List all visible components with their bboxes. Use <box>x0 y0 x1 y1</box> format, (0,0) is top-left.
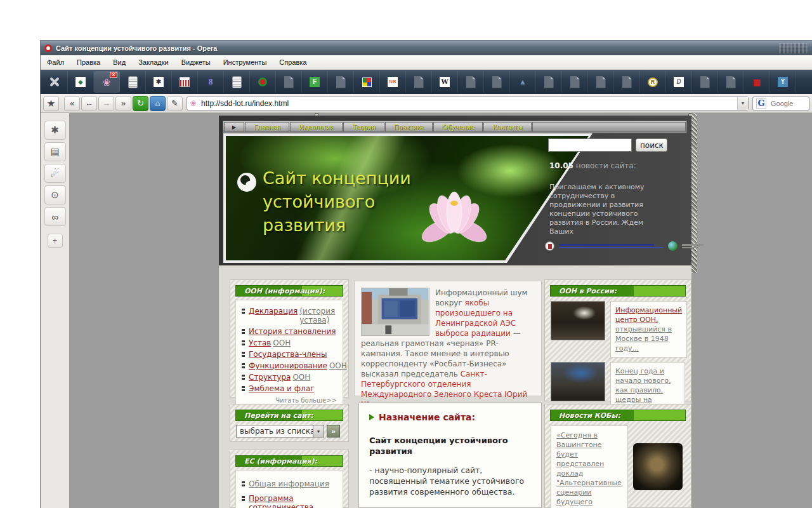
blank-page-icon[interactable] <box>484 71 510 93</box>
un-russia-link-1[interactable]: Информационный центр ООН, открывшийся в … <box>610 301 687 358</box>
blank-page-icon[interactable] <box>614 71 640 93</box>
swirl-logo-icon <box>237 173 256 192</box>
select-arrow-button[interactable]: ▼ <box>313 425 324 438</box>
bullet-icon <box>242 363 245 368</box>
link-history[interactable]: История становления <box>242 327 337 336</box>
menu-widgets[interactable]: Виджеты <box>175 55 217 69</box>
news-photo-npp[interactable] <box>361 288 429 336</box>
blank-page-icon[interactable] <box>458 71 484 93</box>
link-member-states[interactable]: Государства-члены <box>242 350 337 359</box>
green-logo-bookmark-icon[interactable]: ◆ <box>68 71 94 93</box>
compose-button[interactable]: ✎ <box>167 96 183 111</box>
tab-practice[interactable]: Практика <box>385 122 433 132</box>
blank-page-icon[interactable] <box>276 71 302 93</box>
link-structure[interactable]: СтруктураООН <box>242 373 337 382</box>
gear-icon[interactable]: ✱ <box>44 121 66 140</box>
blank-page-icon[interactable] <box>536 71 562 93</box>
personal-bar: ◆❀✕✱8FNBW▲RD▦Y <box>41 70 812 94</box>
tab-ideology[interactable]: Идеология <box>290 122 343 132</box>
home-button[interactable]: ⌂ <box>150 96 166 111</box>
rewind-button[interactable]: « <box>64 96 80 111</box>
blank-page-icon[interactable] <box>328 71 354 93</box>
bar-chart-bookmark-icon[interactable] <box>172 71 198 93</box>
close-badge-icon[interactable]: ✕ <box>110 72 117 78</box>
site-search-input[interactable] <box>548 138 632 152</box>
nb-logo-icon[interactable]: NB <box>380 71 406 93</box>
google-search-input[interactable] <box>769 99 806 108</box>
link-eu-general[interactable]: Общая информация <box>242 479 337 488</box>
gear-bookmark-icon[interactable]: ✱ <box>146 71 172 93</box>
link-charter[interactable]: УставООН <box>242 338 337 347</box>
kob-news-link[interactable]: «Сегодня в Вашингтоне будет представлен … <box>556 431 622 508</box>
document-bookmark-icon[interactable] <box>120 71 146 93</box>
tab-theory[interactable]: Теория <box>343 122 384 132</box>
person-logo-icon[interactable]: Y <box>770 71 796 93</box>
bookmarks-star-button[interactable]: ★ <box>43 96 59 111</box>
conference-photo[interactable] <box>551 301 605 340</box>
ring-logo-icon[interactable] <box>250 71 276 93</box>
partner-text-logo[interactable] <box>559 244 664 248</box>
chain-links-icon[interactable]: ∞ <box>44 207 66 226</box>
r-coin-icon[interactable]: R <box>640 71 666 93</box>
fast-forward-button[interactable]: » <box>115 96 131 111</box>
blank-page-icon[interactable] <box>588 71 614 93</box>
clock-icon[interactable]: ⊙ <box>44 185 66 204</box>
back-button[interactable]: ← <box>81 96 97 111</box>
add-panel-icon[interactable]: + <box>48 234 63 248</box>
document-bookmark-icon[interactable] <box>224 71 250 93</box>
color-squares-icon[interactable] <box>354 71 380 93</box>
blank-page-icon[interactable] <box>718 71 744 93</box>
meeting-photo[interactable] <box>551 362 605 401</box>
menu-help[interactable]: Справка <box>273 55 313 69</box>
f-logo-icon[interactable]: F <box>302 71 328 93</box>
red-building-icon[interactable]: ▦ <box>744 71 770 93</box>
kob-news-panel: Новости КОБы: «Сегодня в Вашингтоне буде… <box>544 404 691 508</box>
title-bar[interactable]: Сайт концепции устойчивого развития - Op… <box>41 41 812 55</box>
menu-tools[interactable]: Инструменты <box>217 55 273 69</box>
tab-contacts[interactable]: Контакты <box>483 122 532 132</box>
menu-file[interactable]: Файл <box>41 55 70 69</box>
g8-bookmark-icon[interactable]: 8 <box>198 71 224 93</box>
goto-site-header: Перейти на сайт: <box>235 410 343 421</box>
address-bar[interactable]: ❀ ▼ <box>187 97 749 110</box>
site-news-heading: 10.05 новости сайта: <box>549 161 636 170</box>
go-button[interactable]: » <box>327 425 340 438</box>
purpose-subtitle: Сайт концепции устойчивого развития <box>369 435 531 457</box>
banner-frame: Сайт концепции устойчивого развития <box>223 133 593 263</box>
read-more-link[interactable]: Читать больше>> <box>242 397 337 404</box>
blank-page-icon[interactable] <box>406 71 432 93</box>
blank-page-icon[interactable] <box>562 71 588 93</box>
monk-image[interactable] <box>633 443 683 490</box>
forward-button[interactable]: → <box>98 96 114 111</box>
wikipedia-icon[interactable]: W <box>432 71 458 93</box>
tools-icon[interactable] <box>42 71 68 93</box>
blank-page-icon[interactable] <box>692 71 718 93</box>
link-emblem-flag[interactable]: Эмблема и флаг <box>242 384 337 393</box>
menu-bookmarks[interactable]: Закладки <box>132 55 175 69</box>
address-dropdown-button[interactable]: ▼ <box>737 97 748 110</box>
link-declaration[interactable]: Декларация(история устава) <box>242 307 337 324</box>
reload-button[interactable]: ↻ <box>133 96 148 111</box>
d-logo-icon[interactable]: D <box>666 71 692 93</box>
lotus-site-icon[interactable]: ❀✕ <box>94 71 120 93</box>
nav-arrow-tab[interactable]: ▶ <box>224 122 244 132</box>
gray-partner-logo[interactable] <box>682 244 704 248</box>
address-input[interactable] <box>200 98 737 109</box>
google-search-box[interactable]: G <box>752 97 809 110</box>
link-functioning[interactable]: ФункционированиеООН <box>242 361 337 370</box>
site-list-select[interactable]: выбрать из списка... <box>236 425 313 438</box>
partner-logos <box>545 241 704 251</box>
menu-view[interactable]: Вид <box>107 55 132 69</box>
link-eu-program[interactable]: Программа сотрудничестваЕС-Россия/ТАСИС <box>242 494 337 508</box>
satellite-dish-icon[interactable]: ☄ <box>44 164 66 183</box>
site-search-button[interactable]: поиск <box>636 138 667 152</box>
tab-education[interactable]: Обучение <box>433 122 483 132</box>
triangle-logo-icon[interactable]: ▲ <box>510 71 536 93</box>
notes-icon[interactable]: ▤ <box>44 142 66 161</box>
page-viewport: ▶ Главная Идеология Теория Практика Обуч… <box>70 113 812 508</box>
tab-home[interactable]: Главная <box>245 122 289 132</box>
kob-news-title: Новости КОБы: <box>559 411 620 420</box>
globe-logo-icon[interactable] <box>668 241 678 251</box>
emblem-logo-icon[interactable] <box>545 241 554 251</box>
menu-edit[interactable]: Правка <box>70 55 107 69</box>
